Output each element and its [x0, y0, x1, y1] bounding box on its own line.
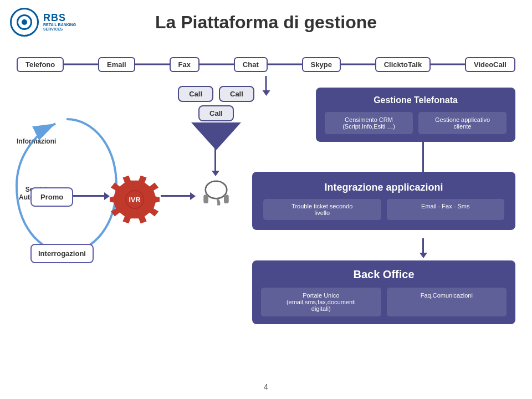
trouble-cell1: Trouble ticket secondolivello	[263, 199, 381, 220]
arrow-call-to-ivr	[214, 141, 216, 172]
headset-icon	[197, 176, 236, 215]
integrazione-applicazioni-box: Integrazione applicazioni Trouble ticket…	[252, 172, 515, 230]
gestione-cell2: Gestione applicativocliente	[418, 112, 507, 134]
call-funnel-area: Call Call Call	[166, 86, 266, 150]
integrazione-title: Integrazione applicazioni	[263, 182, 504, 193]
call-bubbles-row: Call Call	[178, 86, 254, 102]
page-number: 4	[264, 382, 268, 391]
svg-text:IVR: IVR	[129, 196, 141, 204]
backoffice-row: Portale Unico(email,sms,fax,documentidig…	[261, 288, 507, 316]
interrogazioni-box: Interrogazioni	[30, 244, 94, 263]
channel-fax: Fax	[170, 57, 200, 72]
arrow-gestione-to-integrazione	[422, 136, 424, 172]
trouble-row: Trouble ticket secondolivello Email - Fa…	[263, 199, 504, 220]
arrow-integrazione-to-backoffice	[422, 238, 424, 254]
arrow-ivr-to-headset	[161, 195, 191, 197]
backoffice-cell2: Faq,Comunicazioni	[387, 288, 507, 316]
channel-clicktotalk: ClicktoTalk	[375, 57, 431, 72]
channel-chat: Chat	[234, 57, 268, 72]
funnel-shape	[191, 122, 241, 150]
call-bubble-1: Call	[178, 86, 213, 102]
ivr-area: IVR	[110, 175, 160, 227]
channel-email: Email	[98, 57, 135, 72]
channel-telefono: Telefono	[17, 57, 64, 72]
backoffice-cell1: Portale Unico(email,sms,fax,documentidig…	[261, 288, 381, 316]
promo-box: Promo	[30, 187, 73, 207]
gear-icon: IVR	[110, 175, 160, 224]
svg-rect-4	[203, 195, 208, 203]
backoffice-box: Back Office Portale Unico(email,sms,fax,…	[252, 260, 515, 324]
svg-point-3	[206, 181, 227, 199]
gestione-telefonata-box: Gestione Telefonata Censimento CRM(Scrip…	[316, 88, 515, 142]
channel-videocall: VideoCall	[465, 57, 515, 72]
call-bubble-2: Call	[219, 86, 254, 102]
channel-bar: Telefono Email Fax Chat Skype ClicktoTal…	[17, 53, 515, 76]
page-title: La Piattaforma di gestione	[0, 12, 532, 33]
arrow-promo-to-ivr	[73, 195, 105, 197]
gestione-cell1: Censimento CRM(Script,Info,Esiti …)	[325, 112, 413, 134]
gestione-row: Censimento CRM(Script,Info,Esiti …) Gest…	[325, 112, 507, 134]
backoffice-title: Back Office	[261, 268, 507, 281]
gestione-title: Gestione Telefonata	[325, 95, 507, 105]
call-bubble-3: Call	[198, 105, 234, 121]
channel-skype: Skype	[302, 57, 341, 72]
headset-area	[194, 176, 238, 215]
trouble-cell2: Email - Fax - Sms	[387, 199, 505, 220]
channel-items: Telefono Email Fax Chat Skype ClicktoTal…	[17, 53, 515, 76]
svg-rect-5	[224, 195, 229, 203]
